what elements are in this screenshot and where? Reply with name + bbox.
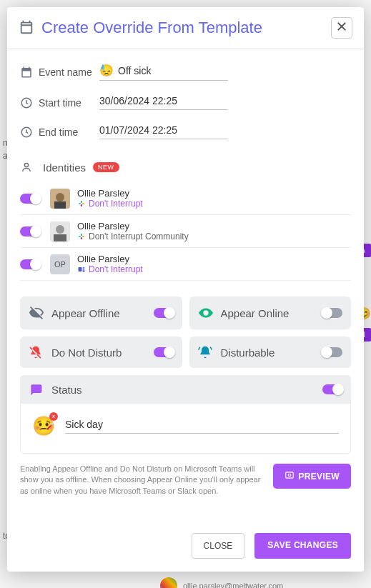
identity-row: Ollie Parsley Don't Interrupt Community (20, 215, 351, 248)
svg-rect-14 (54, 234, 66, 241)
bg-email: ollie.parsley@meltwater.com (183, 582, 283, 588)
slack-icon (77, 232, 86, 241)
svg-point-20 (83, 267, 85, 269)
preview-label: PREVIEW (299, 472, 340, 482)
footnote-row: Enabling Appear Offline and Do Not Distu… (20, 464, 351, 497)
clock-icon (20, 96, 39, 109)
end-time-label: End time (39, 126, 99, 138)
svg-rect-23 (285, 472, 293, 478)
identity-name: Ollie Parsley (77, 188, 143, 199)
appear-offline-label: Appear Offline (51, 307, 154, 319)
event-name-label: Event name (39, 66, 99, 78)
svg-point-4 (24, 163, 28, 166)
event-name-row: Event name 😓 Off sick (20, 64, 351, 81)
footnote-text: Enabling Appear Offline and Do Not Distu… (20, 464, 264, 497)
identity-toggle[interactable] (20, 194, 40, 204)
person-icon (20, 161, 39, 174)
event-name-input[interactable]: 😓 Off sick (99, 64, 228, 81)
close-x-button[interactable] (331, 17, 352, 39)
identity-row: OP Ollie Parsley Don't Interrupt (20, 248, 351, 281)
avatar (50, 189, 70, 209)
disturbable-label: Disturbable (221, 347, 323, 359)
identity-toggle[interactable] (20, 226, 40, 236)
feature-cards: Appear Offline Appear Online Do Not Dist… (20, 297, 351, 454)
status-emoji-picker[interactable]: 🤒 × (32, 415, 55, 437)
identity-workspace: Don't Interrupt (89, 199, 143, 209)
svg-point-13 (56, 225, 64, 234)
svg-rect-19 (79, 267, 82, 271)
svg-rect-21 (83, 269, 85, 272)
svg-rect-18 (81, 237, 82, 239)
svg-rect-7 (54, 201, 66, 209)
identity-workspace: Don't Interrupt Community (89, 231, 189, 241)
start-time-input[interactable]: 30/06/2024 22:25 (99, 95, 228, 110)
eye-off-icon (29, 305, 46, 321)
dnd-card: Do Not Disturb (20, 337, 182, 368)
identity-row: Ollie Parsley Don't Interrupt (20, 182, 351, 215)
appear-online-label: Appear Online (221, 307, 323, 319)
svg-point-6 (56, 193, 64, 201)
status-text-input[interactable]: Sick day (65, 419, 339, 434)
svg-rect-10 (81, 201, 82, 203)
avatar (50, 221, 70, 241)
start-time-label: Start time (39, 97, 99, 109)
start-time-text: 30/06/2024 22:25 (99, 95, 177, 106)
status-text: Sick day (65, 419, 103, 430)
bg-google-avatar (160, 577, 177, 588)
eye-icon (198, 305, 215, 321)
dialog-title: Create Override From Template (41, 19, 331, 37)
speech-bubble-icon (29, 382, 46, 397)
appear-offline-card: Appear Offline (20, 297, 182, 329)
svg-rect-16 (82, 236, 84, 237)
dnd-label: Do Not Disturb (51, 347, 154, 359)
identities-label: Identities (43, 161, 86, 174)
dialog-footer: CLOSE SAVE CHANGES (7, 523, 364, 572)
create-override-dialog: Create Override From Template Event name… (7, 7, 364, 572)
calendar-small-icon (20, 66, 39, 79)
bell-ring-icon (198, 345, 215, 359)
teams-icon (77, 265, 86, 274)
identity-name: Ollie Parsley (77, 254, 143, 264)
preview-button[interactable]: PREVIEW (273, 464, 351, 489)
svg-rect-8 (79, 203, 81, 204)
svg-rect-15 (79, 236, 81, 237)
status-toggle[interactable] (322, 384, 342, 394)
identity-toggle[interactable] (20, 259, 40, 269)
status-card: Status 🤒 × Sick day (20, 375, 351, 454)
appear-offline-toggle[interactable] (154, 308, 174, 318)
svg-rect-11 (81, 204, 82, 206)
disturbable-card: Disturbable (189, 337, 352, 368)
appear-online-toggle[interactable] (322, 308, 342, 318)
svg-rect-9 (82, 203, 84, 204)
dialog-body: Event name 😓 Off sick Start time 30/06/2… (7, 49, 364, 523)
avatar: OP (50, 254, 70, 274)
event-name-text: Off sick (118, 65, 151, 76)
appear-online-card: Appear Online (189, 297, 352, 329)
svg-point-24 (288, 474, 291, 477)
new-badge: NEW (93, 162, 119, 172)
save-button-label: SAVE CHANGES (267, 540, 338, 550)
remove-emoji-badge[interactable]: × (49, 412, 58, 421)
end-time-input[interactable]: 01/07/2024 22:25 (99, 124, 228, 139)
close-icon (336, 21, 347, 36)
dnd-toggle[interactable] (154, 347, 174, 357)
start-time-row: Start time 30/06/2024 22:25 (20, 95, 351, 110)
end-time-row: End time 01/07/2024 22:25 (20, 124, 351, 139)
svg-rect-17 (81, 234, 82, 236)
status-label: Status (51, 384, 322, 396)
identity-workspace: Don't Interrupt (89, 264, 143, 274)
calendar-icon (19, 19, 34, 37)
close-button-label: CLOSE (204, 541, 233, 551)
clock-icon (20, 126, 39, 139)
preview-icon (285, 470, 295, 482)
save-changes-button[interactable]: SAVE CHANGES (254, 533, 351, 559)
identities-header: Identities NEW (20, 161, 351, 174)
event-name-emoji: 😓 (99, 64, 114, 77)
close-button[interactable]: CLOSE (192, 533, 245, 559)
identity-name: Ollie Parsley (77, 221, 189, 231)
svg-point-22 (204, 312, 207, 314)
end-time-text: 01/07/2024 22:25 (99, 124, 177, 136)
disturbable-toggle[interactable] (322, 347, 342, 357)
slack-icon (77, 199, 86, 208)
bell-off-icon (29, 345, 46, 359)
